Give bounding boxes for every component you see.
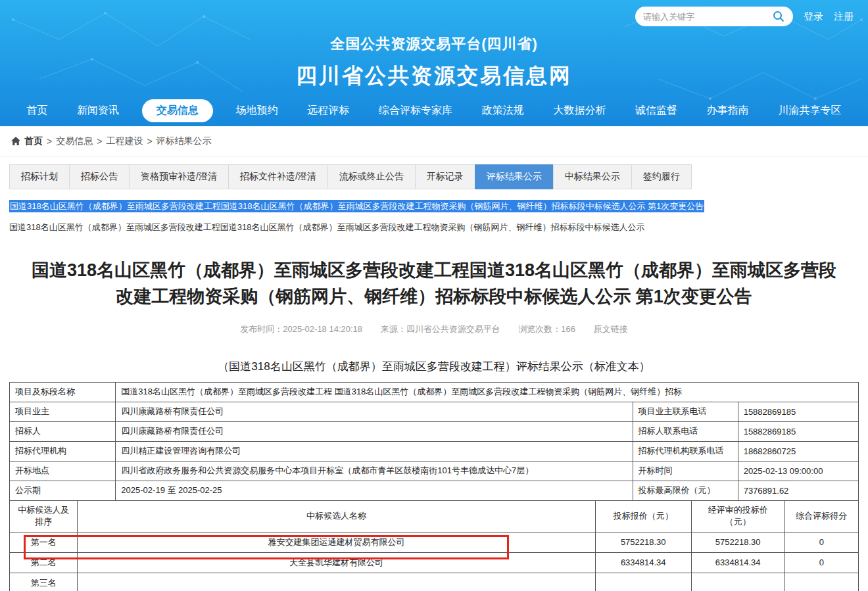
search-icon[interactable] xyxy=(772,10,785,23)
search-box[interactable] xyxy=(635,7,793,26)
nav-item-big-data[interactable]: 大数据分析 xyxy=(546,100,612,122)
breadcrumb-trade-info[interactable]: 交易信息 xyxy=(56,135,93,147)
result-table-wrap: 项目及标段名称 国道318名山区黑竹（成都界）至雨城区多营段改建工程 国道318… xyxy=(9,382,859,591)
max-price-label: 投标最高限价（元） xyxy=(633,481,738,500)
original-link[interactable]: 原文链接 xyxy=(594,324,628,334)
tab-contract-performance[interactable]: 签约履行 xyxy=(631,164,692,189)
category-tabs: 招标计划 招标公告 资格预审补遗/澄清 招标文件补遗/澄清 流标或终止公告 开标… xyxy=(9,164,859,189)
candidate-reviewed-bid: 6334814.34 xyxy=(691,552,784,573)
article-meta: 发布时间：2025-02-18 14:20:18 来源：四川省公共资源交易平台 … xyxy=(0,323,868,335)
evaluation-result-table: 项目及标段名称 国道318名山区黑竹（成都界）至雨城区多营段改建工程 国道318… xyxy=(9,382,859,591)
nav-item-trade-info[interactable]: 交易信息 xyxy=(142,99,213,122)
candidate-name-header: 中标候选人名称 xyxy=(78,500,596,532)
candidate-reviewed-bid: 5752218.30 xyxy=(691,532,784,552)
tenderer-label: 招标人 xyxy=(10,421,116,441)
breadcrumb-home[interactable]: 首页 xyxy=(11,135,43,147)
tab-bidding-announcement[interactable]: 招标公告 xyxy=(69,164,130,189)
home-icon xyxy=(11,136,21,147)
candidate-name xyxy=(78,573,596,591)
publicity-period-label: 公示期 xyxy=(10,481,116,500)
nav-item-expert-pool[interactable]: 综合评标专家库 xyxy=(372,100,459,122)
tab-bidding-plan[interactable]: 招标计划 xyxy=(9,164,70,189)
candidate-row-first: 第一名 雅安交建集团运通建材贸易有限公司 5752218.30 5752218.… xyxy=(10,532,859,552)
platform-title: 全国公共资源交易平台(四川省) xyxy=(0,34,868,54)
table-row: 公示期 2025-02-19 至 2025-02-25 投标最高限价（元） 73… xyxy=(10,481,859,500)
result-list: 国道318名山区黑竹（成都界）至雨城区多营段改建工程国道318名山区黑竹（成都界… xyxy=(9,200,859,233)
candidate-score xyxy=(784,573,858,591)
candidate-name: 天全县凯华建材有限公司 xyxy=(78,552,596,573)
candidate-bid: 6334814.34 xyxy=(595,552,691,573)
tab-termination-notice[interactable]: 流标或终止公告 xyxy=(327,164,416,189)
publicity-period-value: 2025-02-19 至 2025-02-25 xyxy=(116,481,633,500)
topbar: 登录 注册 xyxy=(635,7,854,26)
tab-winning-result[interactable]: 中标结果公示 xyxy=(553,164,632,189)
max-price-value: 7376891.62 xyxy=(738,481,858,500)
tab-prequalification-addendum[interactable]: 资格预审补遗/澄清 xyxy=(129,164,229,189)
candidate-reviewed-bid xyxy=(691,573,784,591)
opening-place-value: 四川省政府政务服务和公共资源交易服务中心本项目开标室（成都市青羊区鼓楼南街101… xyxy=(116,461,633,481)
table-row: 项目业主 四川康藏路桥有限责任公司 项目业主联系电话 15882869185 xyxy=(10,402,859,421)
tenderer-phone-value: 15882869185 xyxy=(738,421,858,441)
candidate-bid xyxy=(595,573,691,591)
publish-time: 发布时间：2025-02-18 14:20:18 xyxy=(240,324,362,334)
agency-phone-value: 18682860725 xyxy=(738,441,858,461)
page-title: 国道318名山区黑竹（成都界）至雨城区多营段改建工程国道318名山区黑竹（成都界… xyxy=(26,257,842,310)
view-count: 浏览次数：166 xyxy=(518,324,575,334)
opening-time-label: 开标时间 xyxy=(633,461,738,481)
main-nav: 首页 新闻资讯 交易信息 场地预约 远程评标 综合评标专家库 政策法规 大数据分… xyxy=(0,95,868,126)
breadcrumb-separator: > xyxy=(147,136,152,147)
list-item-selected[interactable]: 国道318名山区黑竹（成都界）至雨城区多营段改建工程国道318名山区黑竹（成都界… xyxy=(9,200,704,212)
candidate-rank: 第一名 xyxy=(10,532,78,552)
nav-item-guide[interactable]: 办事指南 xyxy=(700,100,756,122)
nav-item-policy[interactable]: 政策法规 xyxy=(475,100,531,122)
nav-item-credit[interactable]: 诚信监督 xyxy=(629,100,684,122)
breadcrumb-engineering[interactable]: 工程建设 xyxy=(106,135,143,147)
candidate-header-row: 中标候选人及排序 中标候选人名称 投标报价（元） 经评审的投标价（元） 综合评标… xyxy=(10,500,859,532)
candidate-rank: 第二名 xyxy=(10,552,78,573)
table-row: 招标人 四川康藏路桥有限责任公司 招标人联系电话 15882869185 xyxy=(10,421,859,441)
candidate-rank: 第三名 xyxy=(10,573,78,591)
list-item[interactable]: 国道318名山区黑竹（成都界）至雨城区多营段改建工程国道318名山区黑竹（成都界… xyxy=(9,222,859,233)
agency-phone-label: 招标代理机构联系电话 xyxy=(633,441,738,461)
project-value: 国道318名山区黑竹（成都界）至雨城区多营段改建工程 国道318名山区黑竹（成都… xyxy=(116,382,859,402)
site-header: 登录 注册 全国公共资源交易平台(四川省) 四川省公共资源交易信息网 首页 新闻… xyxy=(0,0,868,126)
owner-phone-label: 项目业主联系电话 xyxy=(633,402,738,421)
tab-document-addendum[interactable]: 招标文件补遗/澄清 xyxy=(228,164,328,189)
candidate-bid: 5752218.30 xyxy=(595,532,691,552)
table-row: 开标地点 四川省政府政务服务和公共资源交易服务中心本项目开标室（成都市青羊区鼓楼… xyxy=(10,461,859,481)
table-row: 招标代理机构 四川精正建设管理咨询有限公司 招标代理机构联系电话 1868286… xyxy=(10,441,859,461)
breadcrumb-separator: > xyxy=(47,136,52,147)
candidate-score: 0 xyxy=(784,552,858,573)
site-title: 四川省公共资源交易信息网 xyxy=(0,62,868,91)
nav-item-venue-booking[interactable]: 场地预约 xyxy=(229,100,285,122)
page: 登录 注册 全国公共资源交易平台(四川省) 四川省公共资源交易信息网 首页 新闻… xyxy=(0,0,868,591)
reviewed-price-header: 经评审的投标价（元） xyxy=(691,500,784,532)
nav-item-news[interactable]: 新闻资讯 xyxy=(70,100,126,122)
tab-evaluation-result[interactable]: 评标结果公示 xyxy=(475,164,554,189)
score-header: 综合评标得分 xyxy=(784,500,858,532)
rank-header: 中标候选人及排序 xyxy=(10,500,78,532)
opening-place-label: 开标地点 xyxy=(10,461,116,481)
breadcrumb-home-label: 首页 xyxy=(24,135,43,147)
tenderer-phone-label: 招标人联系电话 xyxy=(633,421,738,441)
breadcrumb-evaluation-result[interactable]: 评标结果公示 xyxy=(157,135,212,147)
tab-bid-opening-record[interactable]: 开标记录 xyxy=(415,164,475,189)
candidate-score: 0 xyxy=(784,532,858,552)
nav-item-home[interactable]: 首页 xyxy=(20,100,54,122)
table-caption: （国道318名山区黑竹（成都界）至雨城区多营段改建工程）评标结果公示（标准文本） xyxy=(0,359,868,374)
agency-label: 招标代理机构 xyxy=(10,441,116,461)
bid-price-header: 投标报价（元） xyxy=(595,500,691,532)
login-link[interactable]: 登录 xyxy=(804,11,823,23)
tenderer-value: 四川康藏路桥有限责任公司 xyxy=(116,421,633,441)
table-row: 项目及标段名称 国道318名山区黑竹（成都界）至雨城区多营段改建工程 国道318… xyxy=(10,382,859,402)
search-input[interactable] xyxy=(643,12,772,22)
nav-item-chuanyu[interactable]: 川渝共享专区 xyxy=(772,100,848,122)
owner-value: 四川康藏路桥有限责任公司 xyxy=(116,402,633,421)
agency-value: 四川精正建设管理咨询有限公司 xyxy=(116,441,633,461)
breadcrumb: 首页 > 交易信息 > 工程建设 > 评标结果公示 xyxy=(0,126,868,156)
candidate-name: 雅安交建集团运通建材贸易有限公司 xyxy=(78,532,596,552)
register-link[interactable]: 注册 xyxy=(834,11,854,23)
owner-phone-value: 15882869185 xyxy=(738,402,858,421)
opening-time-value: 2025-02-13 09:00:00 xyxy=(738,461,858,481)
nav-item-remote-evaluation[interactable]: 远程评标 xyxy=(301,100,356,122)
